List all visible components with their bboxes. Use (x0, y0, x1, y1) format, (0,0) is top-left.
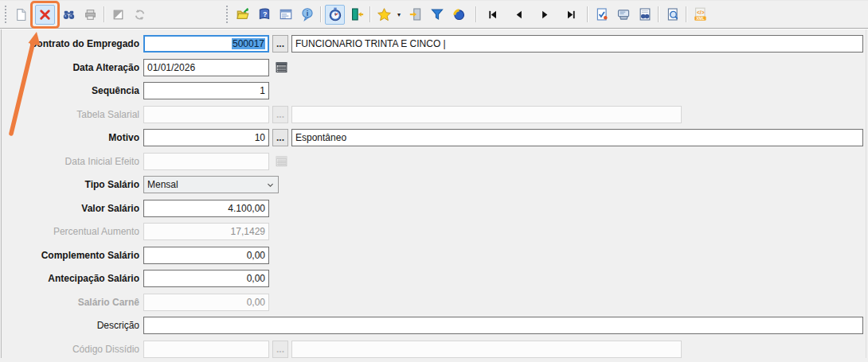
codigo-dissidio-description-input (291, 341, 682, 358)
nav-next-button[interactable] (535, 5, 555, 25)
toolbar-separator (104, 6, 105, 22)
complemento-salario-input[interactable] (143, 247, 269, 264)
open-file-icon (236, 7, 250, 21)
tabela-salarial-lookup-button: ... (272, 106, 288, 123)
valor-salario-input[interactable] (143, 200, 269, 217)
form-row-sequencia: Sequência (0, 82, 868, 99)
toolbar-gripper[interactable] (5, 6, 6, 23)
antecipacao-salario-input[interactable] (143, 270, 269, 287)
descricao-label: Descrição (0, 320, 143, 331)
help-book-button[interactable]: ? (254, 5, 274, 25)
find-button[interactable] (59, 5, 79, 25)
toolbar-separator (686, 6, 687, 22)
contrato-input[interactable]: 500017 (143, 35, 269, 53)
timer-button[interactable] (325, 5, 345, 25)
salario-carne-label: Salário Carnê (0, 297, 143, 308)
favorites-dropdown-button[interactable]: ▾ (395, 5, 403, 25)
go-page-button[interactable] (405, 5, 425, 25)
data-alteracao-calendar-button[interactable] (272, 59, 291, 76)
sequencia-input[interactable] (143, 82, 269, 99)
codigo-dissidio-input (143, 341, 269, 358)
tabela-salarial-input (143, 106, 269, 123)
nav-last-icon (565, 9, 577, 21)
report-search-button[interactable] (635, 5, 655, 25)
print-button (80, 5, 100, 25)
open-file-button[interactable] (233, 5, 252, 25)
info-button[interactable]: i (297, 5, 317, 25)
print-icon (84, 8, 97, 21)
data-alteracao-input[interactable] (143, 59, 269, 76)
contrato-label: Contrato do Empregado (0, 38, 143, 49)
valor-salario-label: Valor Salário (0, 203, 143, 214)
toolbar-separator (658, 6, 659, 22)
contrato-description-input[interactable] (291, 35, 863, 53)
xml-export-icon: </>XML (693, 7, 708, 21)
report-search-icon (638, 7, 652, 21)
motivo-description-input[interactable] (291, 129, 863, 146)
list-view-button[interactable] (276, 5, 295, 25)
toolbar: ? i ▾ (0, 0, 868, 29)
data-alteracao-label: Data Alteração (0, 62, 143, 73)
toolbar-separator (320, 6, 322, 22)
codigo-dissidio-lookup-button: ... (272, 341, 288, 358)
salary-change-form: Contrato do Empregado 500017 ... Data Al… (0, 29, 868, 358)
contrato-lookup-button[interactable]: ... (272, 35, 288, 53)
nav-last-button[interactable] (561, 5, 581, 25)
print-preview-button[interactable] (663, 5, 682, 25)
descricao-input[interactable] (143, 317, 863, 334)
clear-filter-button[interactable] (448, 5, 468, 25)
toolbar-separator (475, 6, 477, 22)
nav-first-button[interactable] (483, 5, 502, 25)
delete-icon (38, 8, 52, 21)
antecipacao-salario-label: Antecipação Salário (0, 273, 143, 284)
print-form-icon (616, 7, 631, 21)
tipo-salario-select[interactable]: Mensal (143, 176, 279, 193)
nav-previous-icon (513, 9, 525, 21)
salario-carne-input (143, 294, 269, 311)
svg-text:i: i (306, 10, 308, 18)
new-document-button[interactable] (11, 5, 31, 25)
form-row-contrato: Contrato do Empregado 500017 ... (0, 35, 868, 53)
info-icon: i (300, 7, 315, 21)
help-book-icon: ? (257, 7, 272, 21)
form-row-descricao: Descrição (0, 317, 868, 334)
tabela-salarial-label: Tabela Salarial (0, 109, 143, 120)
refresh-button (130, 5, 150, 25)
form-row-valor-salario: Valor Salário (0, 200, 868, 217)
tasks-check-icon (595, 7, 609, 21)
timer-icon (328, 7, 342, 21)
chevron-down-icon (266, 181, 275, 189)
form-row-salario-carne: Salário Carnê (0, 294, 868, 311)
nav-previous-button[interactable] (509, 5, 529, 25)
data-inicial-efeito-label: Data Inicial Efeito (0, 156, 143, 167)
favorites-star-button[interactable] (374, 5, 394, 25)
form-row-data-alteracao: Data Alteração (0, 59, 868, 76)
find-icon (62, 8, 76, 21)
delete-button[interactable] (35, 5, 55, 25)
toolbar-separator (369, 6, 371, 22)
print-form-button[interactable] (613, 5, 633, 25)
exit-button[interactable] (346, 5, 366, 25)
form-row-data-inicial-efeito: Data Inicial Efeito (0, 153, 868, 170)
complemento-salario-label: Complemento Salário (0, 250, 143, 261)
form-row-complemento-salario: Complemento Salário (0, 247, 868, 264)
tasks-check-button[interactable] (592, 5, 612, 25)
filter-button[interactable] (427, 5, 447, 25)
motivo-lookup-button[interactable]: ... (272, 129, 288, 146)
form-row-motivo: Motivo ... (0, 129, 868, 146)
toolbar-gripper[interactable] (226, 6, 228, 23)
contrast-icon (111, 8, 125, 21)
form-row-percentual-aumento: Percentual Aumento (0, 223, 868, 240)
calendar-icon (274, 154, 289, 168)
contrast-button (108, 5, 128, 25)
percentual-aumento-input (143, 223, 269, 240)
data-inicial-efeito-input (143, 153, 269, 170)
tipo-salario-label: Tipo Salário (0, 179, 143, 190)
favorites-star-icon (377, 7, 392, 22)
motivo-input[interactable] (143, 129, 269, 146)
list-view-icon (279, 7, 293, 21)
svg-text:XML: XML (696, 17, 704, 21)
tipo-salario-selected-value: Mensal (147, 179, 178, 190)
clear-filter-icon (452, 7, 466, 21)
xml-export-button[interactable]: </>XML (690, 5, 710, 25)
